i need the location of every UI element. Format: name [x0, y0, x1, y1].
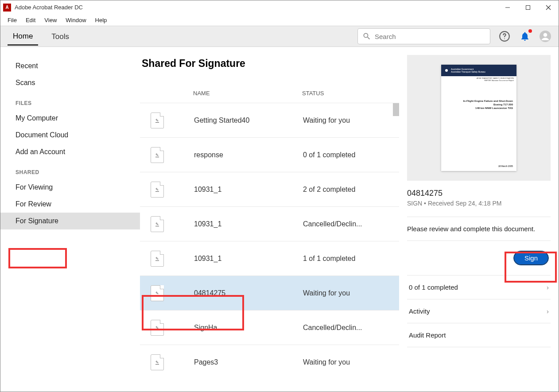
detail-meta: SIGN • Received Sep 24, 4:18 PM: [407, 200, 551, 207]
detail-audit-row[interactable]: Audit Report: [407, 323, 551, 347]
detail-activity-row[interactable]: Activity ›: [407, 299, 551, 323]
svg-point-7: [543, 33, 547, 37]
doc-status: Waiting for you: [303, 289, 350, 297]
maximize-button[interactable]: [518, 0, 538, 14]
doc-name: response: [194, 151, 303, 159]
page-title: Shared For Signature: [140, 58, 399, 70]
help-icon[interactable]: [498, 30, 511, 43]
doc-status: 0 of 1 completed: [303, 151, 355, 159]
account-icon[interactable]: [539, 30, 551, 43]
doc-icon: ✎: [151, 251, 164, 267]
doc-status: 1 of 1 completed: [303, 255, 355, 263]
menu-help[interactable]: Help: [91, 15, 112, 25]
crest-icon: [444, 68, 449, 73]
doc-name: 10931_1: [194, 255, 303, 263]
doc-icon: ✎: [151, 216, 164, 232]
sidebar-for-review[interactable]: For Review: [0, 196, 140, 213]
sign-button[interactable]: Sign: [513, 251, 549, 265]
detail-activity: Activity: [409, 307, 430, 315]
doc-icon: ✎: [151, 147, 164, 163]
table-row[interactable]: ✎ 10931_1 Cancelled/Declin...: [140, 206, 399, 241]
detail-message: Please review and complete this document…: [407, 217, 551, 241]
svg-rect-1: [526, 5, 530, 9]
sidebar-my-computer[interactable]: My Computer: [0, 110, 140, 127]
menu-view[interactable]: View: [40, 15, 61, 25]
thumb-bureau: Australian Transport Safety Bureau: [451, 70, 485, 73]
sidebar: Recent Scans FILES My Computer Document …: [0, 47, 140, 392]
thumb-substrip: ATSB TRANSPORT SAFETY INVESTIGATIONREPOR…: [441, 76, 516, 82]
thumbnail-box: Australian Government Australian Transpo…: [407, 55, 551, 181]
detail-panel: Australian Government Australian Transpo…: [399, 47, 559, 392]
thumb-line2: Boeing 717-200: [445, 103, 513, 106]
doc-list: ✎ Getting Started40 Waiting for you ✎ re…: [140, 103, 399, 392]
sidebar-recent[interactable]: Recent: [0, 58, 140, 74]
chevron-right-icon: ›: [547, 307, 549, 315]
doc-status: Cancelled/Declin...: [303, 324, 362, 332]
table-row[interactable]: ✎ SignHa Cancelled/Declin...: [140, 310, 399, 345]
col-name[interactable]: NAME: [193, 90, 302, 97]
doc-name: 04814275: [194, 289, 303, 297]
thumb-date: 18 March 2005: [441, 165, 516, 171]
doc-status: Waiting for you: [303, 358, 350, 366]
detail-completed: 0 of 1 completed: [409, 283, 458, 291]
menu-window[interactable]: Window: [61, 15, 90, 25]
menubar: File Edit View Window Help: [0, 14, 559, 26]
content: Shared For Signature NAME STATUS ✎ Getti…: [140, 47, 399, 392]
detail-title: 04814275: [407, 189, 551, 198]
table-row[interactable]: ✎ Pages3 Waiting for you: [140, 345, 399, 379]
search-input[interactable]: [375, 33, 485, 40]
table-row[interactable]: ✎ 10931_1 1 of 1 completed: [140, 241, 399, 276]
doc-icon: ✎: [151, 285, 164, 301]
notifications-icon[interactable]: [519, 30, 531, 43]
doc-icon: ✎: [151, 354, 164, 370]
titlebar: A Adobe Acrobat Reader DC: [0, 0, 559, 14]
sidebar-shared-heading: SHARED: [0, 160, 140, 179]
sidebar-document-cloud[interactable]: Document Cloud: [0, 127, 140, 144]
list-header: NAME STATUS: [140, 90, 399, 103]
detail-audit: Audit Report: [409, 331, 446, 339]
doc-name: SignHa: [194, 324, 303, 332]
notification-dot: [528, 29, 532, 33]
sidebar-files-heading: FILES: [0, 91, 140, 110]
svg-point-8: [445, 69, 448, 72]
sidebar-for-signature[interactable]: For Signature: [0, 213, 140, 229]
doc-status: Cancelled/Declin...: [303, 220, 362, 228]
sign-row: Sign: [407, 241, 551, 276]
window-title: Adobe Acrobat Reader DC: [15, 4, 497, 11]
main: Recent Scans FILES My Computer Document …: [0, 47, 559, 392]
col-status[interactable]: STATUS: [302, 90, 324, 97]
sidebar-scans[interactable]: Scans: [0, 74, 140, 91]
chevron-right-icon: ›: [547, 283, 549, 291]
minimize-button[interactable]: [497, 0, 518, 14]
close-button[interactable]: [538, 0, 559, 14]
doc-status: Waiting for you: [303, 116, 350, 124]
doc-name: Getting Started40: [194, 116, 303, 124]
searchbox[interactable]: [357, 28, 490, 44]
tabsbar: Home Tools: [0, 26, 559, 47]
search-icon: [362, 32, 371, 41]
doc-name: 10931_1: [194, 186, 303, 194]
document-thumbnail[interactable]: Australian Government Australian Transpo…: [441, 65, 516, 171]
tab-tools[interactable]: Tools: [46, 28, 74, 45]
table-row-selected[interactable]: ✎ 04814275 Waiting for you: [140, 276, 399, 310]
svg-point-5: [504, 39, 505, 39]
sidebar-add-account[interactable]: Add an Account: [0, 144, 140, 160]
menu-file[interactable]: File: [3, 15, 21, 25]
doc-name: 10931_1: [194, 220, 303, 228]
doc-icon: ✎: [151, 113, 164, 128]
tab-home[interactable]: Home: [8, 27, 38, 46]
table-row[interactable]: ✎ response 0 of 1 completed: [140, 137, 399, 172]
doc-status: 2 of 2 completed: [303, 186, 355, 194]
thumb-line3: 148 km NNW Launceston TAS: [445, 106, 513, 110]
thumb-line1: In-Flight Engine Failure and Shut-Down: [445, 99, 513, 103]
doc-icon: ✎: [151, 182, 164, 198]
doc-name: Pages3: [194, 358, 303, 366]
doc-icon: ✎: [151, 320, 164, 336]
sidebar-for-viewing[interactable]: For Viewing: [0, 179, 140, 196]
detail-completed-row[interactable]: 0 of 1 completed ›: [407, 276, 551, 299]
table-row[interactable]: ✎ Getting Started40 Waiting for you: [140, 103, 399, 137]
table-row[interactable]: ✎ 10931_1 2 of 2 completed: [140, 172, 399, 206]
menu-edit[interactable]: Edit: [21, 15, 40, 25]
app-icon: A: [3, 4, 11, 12]
